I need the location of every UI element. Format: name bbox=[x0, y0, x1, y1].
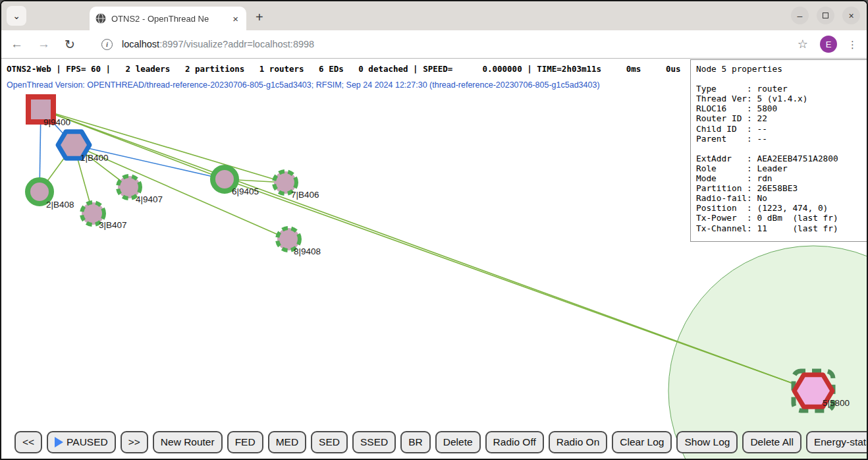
status-bar: OTNS2-Web | FPS= 60 | 2 leaders 2 partit… bbox=[7, 64, 681, 74]
node-label-7: 7|B406 bbox=[291, 190, 319, 200]
delete-all-button[interactable]: Delete All bbox=[742, 431, 801, 453]
window-controls: – × bbox=[791, 7, 860, 24]
radio-off-button[interactable]: Radio Off bbox=[485, 431, 544, 453]
forward-icon[interactable]: → bbox=[38, 37, 50, 51]
profile-avatar[interactable]: E bbox=[820, 36, 837, 53]
radio-range-circle bbox=[668, 246, 867, 460]
node-label-2: 2|B408 bbox=[46, 200, 74, 210]
br-button[interactable]: BR bbox=[400, 431, 431, 453]
new-router-button[interactable]: New Router bbox=[153, 431, 223, 453]
node-label-4: 4|9407 bbox=[136, 194, 163, 204]
node-label-5: 5|5800 bbox=[823, 398, 850, 408]
node-label-8: 8|9408 bbox=[294, 246, 321, 256]
minimize-button[interactable]: – bbox=[791, 7, 809, 24]
bookmark-star-icon[interactable]: ☆ bbox=[798, 37, 808, 51]
clear-log-button[interactable]: Clear Log bbox=[612, 431, 672, 453]
url-path: :8997/visualize?addr=localhost:8998 bbox=[159, 39, 314, 49]
globe-favicon-icon bbox=[95, 13, 107, 24]
fast-forward-button[interactable]: >> bbox=[121, 431, 148, 453]
browser-tab[interactable]: OTNS2 - OpenThread Ne × bbox=[90, 7, 246, 30]
node-label-1: 1|B400 bbox=[80, 153, 109, 163]
new-tab-button[interactable]: + bbox=[256, 10, 263, 25]
title-bar: ⌄ OTNS2 - OpenThread Ne × + – × bbox=[1, 1, 867, 30]
address-bar[interactable]: localhost:8997/visualize?addr=localhost:… bbox=[122, 39, 798, 49]
med-button[interactable]: MED bbox=[268, 431, 306, 453]
node-label-6: 6|9405 bbox=[232, 187, 259, 196]
rewind-button[interactable]: << bbox=[14, 431, 42, 453]
site-info-icon[interactable]: i bbox=[101, 39, 113, 50]
tab-search-button[interactable]: ⌄ bbox=[7, 6, 26, 26]
fed-button[interactable]: FED bbox=[227, 431, 263, 453]
node-properties-panel: Node 5 properties Type : router Thread V… bbox=[690, 59, 867, 242]
node-label-3: 3|B407 bbox=[99, 220, 127, 230]
energy-stats-button[interactable]: Energy-stats ↗ bbox=[806, 431, 867, 453]
maximize-button[interactable] bbox=[817, 7, 834, 24]
radio-on-button[interactable]: Radio On bbox=[549, 431, 607, 453]
back-icon[interactable]: ← bbox=[11, 37, 23, 51]
version-line: OpenThread Version: OPENTHREAD/thread-re… bbox=[7, 80, 600, 90]
maximize-icon bbox=[823, 13, 828, 18]
menu-kebab-icon[interactable]: ⋮ bbox=[848, 43, 857, 46]
close-button[interactable]: × bbox=[842, 7, 860, 24]
node-label-9: 9|9400 bbox=[43, 117, 70, 127]
simulator-canvas: 9|94001|B4002|B4083|B4074|94076|94057|B4… bbox=[1, 58, 867, 460]
show-log-button[interactable]: Show Log bbox=[676, 431, 738, 453]
delete-button[interactable]: Delete bbox=[435, 431, 481, 453]
play-paused-button[interactable]: PAUSED bbox=[47, 431, 116, 453]
browser-toolbar: ← → ↻ i localhost:8997/visualize?addr=lo… bbox=[1, 30, 867, 58]
tab-close-icon[interactable]: × bbox=[230, 13, 241, 24]
refresh-icon[interactable]: ↻ bbox=[65, 37, 75, 52]
play-icon bbox=[55, 437, 63, 447]
tab-title: OTNS2 - OpenThread Ne bbox=[111, 14, 230, 24]
control-button-row: <<PAUSED>>New RouterFEDMEDSEDSSEDBRDelet… bbox=[14, 431, 867, 453]
sed-button[interactable]: SED bbox=[311, 431, 348, 453]
ssed-button[interactable]: SSED bbox=[352, 431, 396, 453]
url-host: localhost bbox=[122, 39, 159, 49]
properties-title: Node 5 properties bbox=[696, 64, 782, 74]
browser-window: ⌄ OTNS2 - OpenThread Ne × + – × ← → ↻ i … bbox=[0, 0, 868, 460]
